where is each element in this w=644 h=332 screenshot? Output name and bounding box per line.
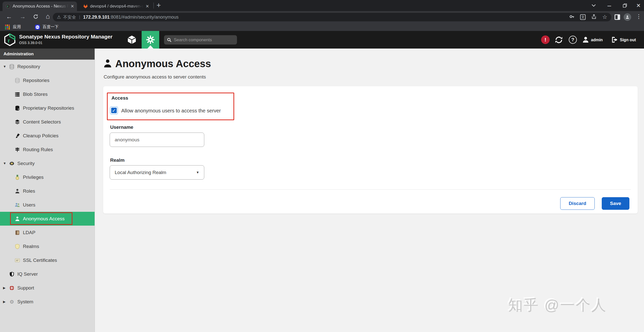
tab-search-chevron-icon[interactable]	[587, 0, 600, 11]
browser-menu-dots-icon[interactable]: ⋮	[636, 13, 641, 20]
main-content: Anonymous Access Configure anonymous acc…	[95, 49, 644, 332]
sidebar-header: Administration	[0, 49, 95, 60]
sidebar-item-label: Users	[23, 202, 35, 208]
browser-toolbar: ← → ⌂ ⚠ 不安全 | 172.29.9.101 :8081/#admin/…	[0, 11, 644, 23]
search-input[interactable]	[174, 37, 232, 43]
address-book-icon	[15, 230, 20, 235]
sidebar-item-label: Cleanup Policies	[23, 133, 59, 139]
help-icon[interactable]: ?	[569, 36, 577, 44]
forward-icon[interactable]: →	[20, 13, 26, 20]
new-tab-button[interactable]: +	[156, 1, 161, 10]
reload-icon[interactable]	[33, 14, 39, 21]
username-input[interactable]	[110, 133, 204, 147]
sidebar-item-cleanup-policies[interactable]: Cleanup Policies	[0, 129, 95, 143]
sidebar-item-routing-rules[interactable]: Routing Rules	[0, 143, 95, 156]
signout-label[interactable]: Sign out	[620, 38, 636, 42]
nexus-header: r Sonatype Nexus Repository Manager OSS …	[0, 31, 644, 49]
close-icon[interactable]: ×	[146, 4, 149, 9]
sidebar-item-label: Blob Stores	[23, 92, 48, 97]
sidebar-item-iq-server[interactable]: IQ Server	[0, 267, 95, 281]
sidebar-item-ssl-certificates[interactable]: SSL Certificates	[0, 253, 95, 267]
apps-grid-icon[interactable]	[5, 25, 10, 29]
allow-anonymous-label[interactable]: Allow anonymous users to access the serv…	[121, 108, 221, 114]
sidebar-item-blob-stores[interactable]: Blob Stores	[0, 87, 95, 101]
sidebar-nav: ▼ Repository Repositories Blob Stores Pr…	[0, 60, 95, 309]
back-icon[interactable]: ←	[6, 13, 12, 20]
window-minimize-button[interactable]: –	[603, 0, 616, 11]
sidebar-item-label: Realms	[23, 244, 39, 249]
browse-mode-button[interactable]	[127, 35, 137, 46]
caret-down-icon[interactable]: ▼	[3, 161, 9, 165]
black-database-icon	[15, 105, 20, 111]
sidebar-item-users[interactable]: Users	[0, 198, 95, 212]
window-close-button[interactable]: ×	[632, 0, 644, 11]
form-divider	[110, 189, 631, 190]
bookmark-baidu[interactable]: 百度一下	[43, 24, 59, 30]
sidebar-item-label: Content Selectors	[23, 119, 61, 125]
baidu-favicon: du	[35, 25, 40, 30]
refresh-icon[interactable]	[555, 36, 563, 45]
person-icon	[15, 188, 20, 194]
bookmark-star-icon[interactable]: ☆	[602, 14, 607, 20]
window-restore-button[interactable]	[618, 0, 631, 11]
sidebar-item-ldap[interactable]: LDAP	[0, 226, 95, 239]
sidebar-item-system[interactable]: ▶ ⚙ System	[0, 295, 95, 309]
check-icon: ✓	[112, 108, 116, 113]
gear-icon	[146, 35, 155, 44]
sidebar-item-label: Repository	[17, 64, 40, 69]
profile-avatar[interactable]	[624, 13, 631, 21]
page-subtitle: Configure anonymous access to server con…	[104, 74, 206, 80]
sidebar-item-support[interactable]: ▶ Support	[0, 281, 95, 295]
layers-icon	[15, 119, 20, 125]
bookmark-apps[interactable]: 应用	[13, 24, 21, 30]
sidebar-item-content-selectors[interactable]: Content Selectors	[0, 115, 95, 129]
url-path: :8081/#admin/security/anonymous	[110, 15, 179, 20]
sidebar-item-proprietary-repositories[interactable]: Proprietary Repositories	[0, 101, 95, 115]
discard-button[interactable]: Discard	[560, 197, 595, 210]
tab-nexus[interactable]: r Anonymous Access - Nexus Re ×	[3, 2, 77, 11]
sidebar-item-privileges[interactable]: Privileges	[0, 170, 95, 184]
realm-selected-value: Local Authorizing Realm	[115, 170, 166, 175]
sidebar-item-roles[interactable]: Roles	[0, 184, 95, 198]
sidebar-item-anonymous-access[interactable]: Anonymous Access	[0, 212, 95, 226]
side-panel-icon[interactable]	[615, 14, 620, 20]
sidebar-item-security[interactable]: ▼ Security	[0, 156, 95, 170]
settings-card: Access ✓ Allow anonymous users to access…	[103, 86, 638, 214]
realm-select[interactable]: Local Authorizing Realm ▼	[110, 165, 204, 180]
search-box[interactable]	[164, 35, 237, 45]
health-alert-icon[interactable]: !	[541, 35, 550, 44]
password-key-icon[interactable]	[569, 14, 575, 20]
signout-icon[interactable]	[611, 36, 618, 45]
not-secure-warning-icon[interactable]: ⚠	[57, 14, 61, 20]
database-icon	[15, 78, 20, 83]
address-bar[interactable]: ⚠ 不安全 | 172.29.9.101 :8081/#admin/securi…	[53, 13, 611, 21]
close-icon[interactable]: ×	[71, 4, 74, 9]
sidebar-title: Administration	[4, 52, 34, 57]
user-icon[interactable]	[582, 36, 589, 45]
current-user-label[interactable]: admin	[591, 38, 603, 42]
sidebar-item-repositories[interactable]: Repositories	[0, 73, 95, 87]
badge-icon	[9, 161, 15, 166]
caret-right-icon[interactable]: ▶	[3, 300, 9, 304]
allow-anonymous-checkbox[interactable]: ✓	[110, 106, 118, 114]
caret-right-icon[interactable]: ▶	[3, 286, 9, 290]
caret-down-icon[interactable]: ▼	[3, 65, 9, 68]
tab-title: Anonymous Access - Nexus Re	[13, 4, 69, 9]
save-button[interactable]: Save	[602, 197, 629, 210]
sidebar-item-realms[interactable]: Realms	[0, 239, 95, 253]
people-icon	[15, 202, 20, 208]
sidebar-item-label: System	[17, 299, 33, 305]
database-icon	[9, 64, 15, 69]
sidebar-item-label: Routing Rules	[23, 147, 53, 152]
home-icon[interactable]: ⌂	[46, 13, 50, 20]
realm-label: Realm	[110, 157, 125, 163]
translate-icon[interactable]: 文	[580, 14, 586, 20]
sidebar-item-label: Support	[17, 285, 34, 291]
signpost-icon	[15, 147, 20, 152]
tab-gitlab[interactable]: devops4 / devops4-maven-se ×	[80, 2, 152, 11]
shield-solid-icon	[9, 271, 15, 277]
page-title-person-icon	[103, 58, 113, 69]
admin-mode-button[interactable]	[142, 31, 159, 49]
sidebar-item-repository[interactable]: ▼ Repository	[0, 60, 95, 73]
share-icon[interactable]	[591, 14, 597, 20]
